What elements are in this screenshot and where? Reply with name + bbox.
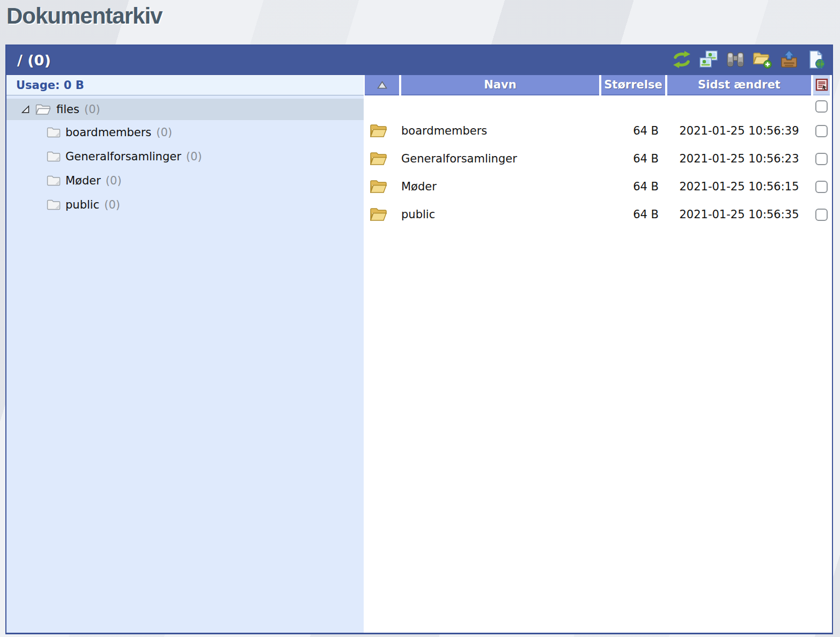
file-modified: 2021-01-25 10:56:35 xyxy=(667,208,811,221)
open-folder-yellow-icon xyxy=(369,123,388,138)
row-checkbox[interactable] xyxy=(815,125,828,137)
binoculars-search-icon xyxy=(726,50,745,71)
tree-item-generalforsamlinger[interactable]: Generalforsamlinger (0) xyxy=(6,144,364,168)
open-folder-yellow-icon xyxy=(369,151,388,166)
select-all-checkbox[interactable] xyxy=(815,100,828,113)
select-all-row xyxy=(364,95,832,117)
file-row-generalforsamlinger[interactable]: Generalforsamlinger 64 B 2021-01-25 10:5… xyxy=(364,145,832,173)
tree-item-files[interactable]: files (0) xyxy=(6,99,364,120)
file-list-panel: Navn Størrelse Sidst ændret xyxy=(364,75,832,633)
file-size: 64 B xyxy=(601,124,665,137)
expander-triangle-icon[interactable] xyxy=(21,105,30,114)
publish-button[interactable] xyxy=(806,50,826,70)
tree-item-count: (0) xyxy=(84,103,100,116)
file-modified: 2021-01-25 10:56:15 xyxy=(667,180,811,193)
table-header: Navn Størrelse Sidst ændret xyxy=(364,75,832,95)
tree-item-count: (0) xyxy=(156,126,172,139)
folder-icon xyxy=(47,151,61,162)
upload-icon xyxy=(779,50,799,71)
column-selection-icon xyxy=(815,78,828,91)
file-name: Generalforsamlinger xyxy=(401,152,599,165)
page-title: Dokumentarkiv xyxy=(6,3,162,29)
file-row-boardmembers[interactable]: boardmembers 64 B 2021-01-25 10:56:39 xyxy=(364,117,832,145)
row-checkbox[interactable] xyxy=(815,153,828,165)
new-folder-button[interactable] xyxy=(752,50,772,70)
folder-tree-panel: Usage: 0 B files xyxy=(6,75,364,633)
row-checkbox[interactable] xyxy=(815,181,828,193)
tree-item-public[interactable]: public (0) xyxy=(6,192,364,217)
file-modified: 2021-01-25 10:56:23 xyxy=(667,152,811,165)
thumbnails-button[interactable] xyxy=(698,50,718,70)
file-name: Møder xyxy=(401,180,599,193)
search-button[interactable] xyxy=(725,50,745,70)
file-row-moeder[interactable]: Møder 64 B 2021-01-25 10:56:15 xyxy=(364,173,832,201)
tree-item-label: Generalforsamlinger xyxy=(65,150,181,163)
open-folder-yellow-icon xyxy=(369,207,388,222)
tree-item-label: files xyxy=(56,103,79,116)
column-settings-button[interactable] xyxy=(813,75,830,95)
file-modified: 2021-01-25 10:56:39 xyxy=(667,124,811,137)
column-header-name[interactable]: Navn xyxy=(401,75,599,95)
row-checkbox[interactable] xyxy=(815,209,828,221)
file-name: public xyxy=(401,208,599,221)
file-size: 64 B xyxy=(601,180,665,193)
tree-item-label: Møder xyxy=(65,174,101,187)
file-size: 64 B xyxy=(601,152,665,165)
usage-bar: Usage: 0 B xyxy=(6,75,364,95)
file-name: boardmembers xyxy=(401,124,599,137)
file-row-public[interactable]: public 64 B 2021-01-25 10:56:35 xyxy=(364,201,832,228)
sort-triangle-icon xyxy=(377,81,387,89)
upload-button[interactable] xyxy=(779,50,799,70)
open-folder-yellow-icon xyxy=(369,179,388,194)
tree-item-count: (0) xyxy=(104,198,120,211)
usage-label: Usage: 0 B xyxy=(16,79,84,92)
new-folder-icon xyxy=(752,50,772,71)
titlebar: / (0) xyxy=(6,46,832,75)
file-rows: boardmembers 64 B 2021-01-25 10:56:39 xyxy=(364,117,832,228)
sort-direction-header[interactable] xyxy=(365,75,399,95)
refresh-button[interactable] xyxy=(672,50,691,70)
refresh-icon xyxy=(672,50,691,71)
folder-icon xyxy=(47,199,61,210)
folder-icon xyxy=(47,127,61,138)
column-header-size[interactable]: Størrelse xyxy=(601,75,665,95)
column-header-modified[interactable]: Sidst ændret xyxy=(667,75,811,95)
open-folder-icon xyxy=(35,103,51,116)
folder-tree: files (0) boardmembers (0) xyxy=(6,95,364,217)
tree-item-label: boardmembers xyxy=(65,126,151,139)
current-path: / (0) xyxy=(17,52,51,69)
tree-item-count: (0) xyxy=(186,150,202,163)
file-manager: / (0) xyxy=(5,45,833,634)
toolbar xyxy=(672,50,826,70)
tree-item-count: (0) xyxy=(106,174,122,187)
content: Usage: 0 B files xyxy=(6,75,832,633)
tree-item-label: public xyxy=(65,198,99,211)
thumbnails-icon xyxy=(699,50,718,71)
tree-item-boardmembers[interactable]: boardmembers (0) xyxy=(6,120,364,144)
document-globe-icon xyxy=(806,50,826,71)
folder-icon xyxy=(47,175,61,186)
tree-item-moeder[interactable]: Møder (0) xyxy=(6,168,364,192)
file-size: 64 B xyxy=(601,208,665,221)
